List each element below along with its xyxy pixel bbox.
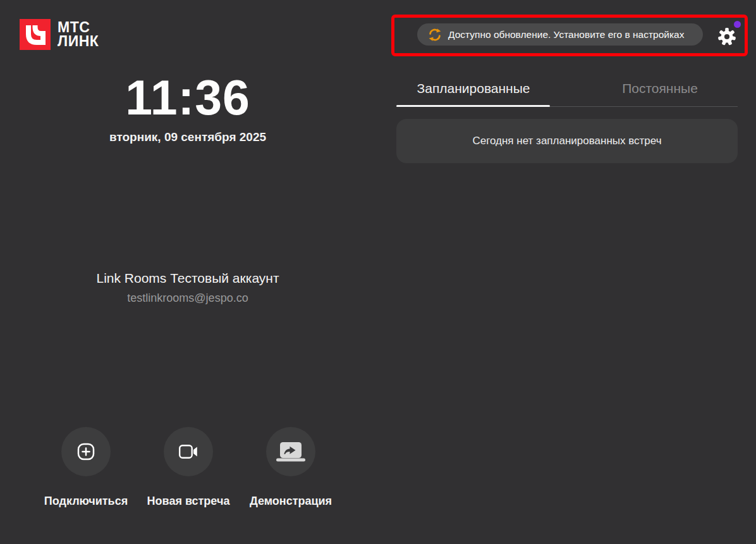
mts-link-logo-glyph [20,19,51,50]
no-meetings-card: Сегодня нет запланированных встреч [396,119,738,163]
update-notification-pill[interactable]: Доступно обновление. Установите его в на… [417,23,703,46]
sync-icon [427,28,442,42]
clock-date: вторник, 09 сентября 2025 [61,130,314,144]
join-meeting-label: Подключиться [44,495,128,508]
screen-share-circle[interactable] [266,427,315,476]
video-camera-icon [179,445,198,459]
account-email: testlinkrooms@jespo.co [61,292,314,305]
mts-link-logo [20,19,51,50]
active-tab-underline [396,105,550,107]
tab-scheduled[interactable]: Запланированные [385,81,562,96]
join-meeting-circle[interactable] [61,427,111,476]
plus-square-icon [76,442,96,462]
update-notification-text: Доступно обновление. Установите его в на… [448,29,684,40]
tab-permanent[interactable]: Постоянные [571,81,748,96]
settings-button[interactable] [716,25,738,48]
gear-icon [716,26,738,47]
clock-time: 11:36 [61,70,314,126]
screen-share-label: Демонстрация [250,495,332,508]
new-meeting-label: Новая встреча [147,495,230,508]
screen-share-icon [276,442,305,462]
new-meeting-circle[interactable] [164,427,213,476]
brand-wordmark: МТСЛИНК [58,20,99,48]
brand-line2: ЛИНК [58,33,99,49]
no-meetings-message: Сегодня нет запланированных встреч [472,135,661,147]
notification-dot [734,21,741,28]
account-name: Link Rooms Тестовый аккаунт [61,271,314,286]
screen-share-button[interactable]: Демонстрация [228,427,354,508]
